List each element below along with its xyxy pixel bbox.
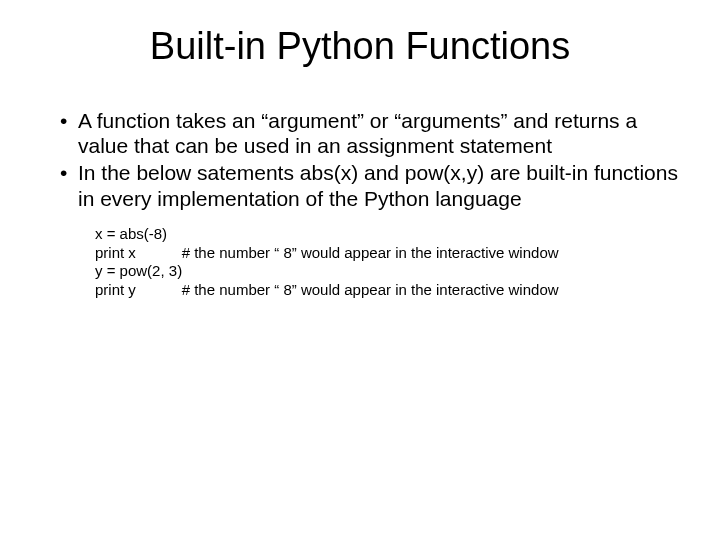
code-block: x = abs(-8) print x # the number “ 8” wo…	[95, 225, 680, 300]
bullet-list: A function takes an “argument” or “argum…	[40, 108, 680, 211]
slide-title: Built-in Python Functions	[40, 25, 680, 68]
code-line: y = pow(2, 3)	[95, 262, 680, 281]
code-line: print y # the number “ 8” would appear i…	[95, 281, 680, 300]
code-line: print x # the number “ 8” would appear i…	[95, 244, 680, 263]
code-line: x = abs(-8)	[95, 225, 680, 244]
bullet-item: A function takes an “argument” or “argum…	[60, 108, 680, 158]
bullet-item: In the below satements abs(x) and pow(x,…	[60, 160, 680, 210]
